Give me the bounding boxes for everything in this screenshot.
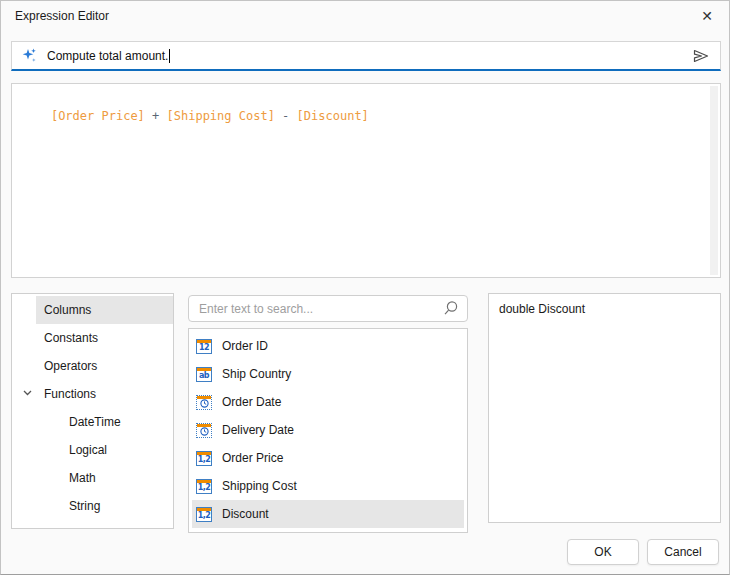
expression-token-column: [Discount]: [297, 109, 369, 123]
list-item-order-date[interactable]: Order Date: [192, 388, 464, 416]
datetime-type-icon: [196, 395, 212, 410]
close-icon: ✕: [701, 8, 713, 24]
list-item-order-id[interactable]: 12 Order ID: [192, 332, 464, 360]
selected-item-description: double Discount: [499, 302, 585, 316]
list-item-label: Shipping Cost: [222, 479, 297, 493]
expression-editor-dialog: Expression Editor ✕ Compute total amount…: [0, 0, 730, 575]
cancel-button[interactable]: Cancel: [647, 539, 719, 565]
tree-item-columns[interactable]: Columns: [12, 296, 173, 324]
tree-item-constants[interactable]: Constants: [12, 324, 173, 352]
send-button[interactable]: [691, 47, 711, 65]
search-input[interactable]: [188, 295, 468, 322]
list-item-label: Discount: [222, 507, 269, 521]
tree-item-operators[interactable]: Operators: [12, 352, 173, 380]
decimal-type-icon: 1,2: [196, 451, 212, 466]
expression-text: [Order Price] + [Shipping Cost] - [Disco…: [51, 109, 369, 123]
decimal-type-icon: 1,2: [196, 507, 212, 522]
search-icon[interactable]: [442, 300, 459, 321]
expression-surface[interactable]: [Order Price] + [Shipping Cost] - [Disco…: [11, 83, 721, 278]
category-tree: Columns Constants Operators Functions Da: [11, 293, 174, 529]
expression-token-operator: -: [275, 109, 297, 123]
close-button[interactable]: ✕: [693, 3, 721, 29]
text-caret: [169, 49, 170, 63]
chevron-down-icon[interactable]: [22, 387, 33, 398]
tree-item-string[interactable]: String: [12, 492, 173, 520]
tree-item-label: Functions: [44, 387, 96, 401]
integer-type-icon: 12: [196, 339, 212, 354]
ai-prompt-text: Compute total amount.: [47, 49, 168, 63]
list-item-label: Delivery Date: [222, 423, 294, 437]
search-box: [188, 295, 468, 322]
description-panel: double Discount: [488, 293, 721, 523]
datetime-type-icon: [196, 423, 212, 438]
expression-token-column: [Shipping Cost]: [167, 109, 275, 123]
list-item-shipping-cost[interactable]: 1,2 Shipping Cost: [192, 472, 464, 500]
tree-item-label: Logical: [69, 443, 107, 457]
tree-item-math[interactable]: Math: [12, 464, 173, 492]
list-item-label: Order Date: [222, 395, 281, 409]
ai-sparkle-icon: [21, 47, 38, 64]
decimal-type-icon: 1,2: [196, 479, 212, 494]
send-icon: [691, 47, 711, 65]
tree-item-label: Columns: [44, 303, 91, 317]
list-item-discount[interactable]: 1,2 Discount: [192, 500, 464, 528]
expression-token-operator: +: [145, 109, 167, 123]
tree-item-datetime[interactable]: DateTime: [12, 408, 173, 436]
ok-button[interactable]: OK: [567, 539, 639, 565]
vertical-scrollbar[interactable]: [710, 86, 718, 275]
expression-token-column: [Order Price]: [51, 109, 145, 123]
tree-item-functions[interactable]: Functions: [12, 380, 173, 408]
list-item-ship-country[interactable]: ab Ship Country: [192, 360, 464, 388]
tree-item-label: Constants: [44, 331, 98, 345]
list-item-label: Order ID: [222, 339, 268, 353]
tree-item-label: Math: [69, 471, 96, 485]
ai-prompt-input[interactable]: Compute total amount.: [11, 41, 721, 71]
columns-list: 12 Order ID ab Ship Country Order Date D…: [188, 328, 468, 533]
list-item-order-price[interactable]: 1,2 Order Price: [192, 444, 464, 472]
tree-item-label: String: [69, 499, 100, 513]
tree-item-label: DateTime: [69, 415, 121, 429]
dialog-title: Expression Editor: [15, 9, 109, 23]
string-type-icon: ab: [196, 367, 212, 382]
tree-item-logical[interactable]: Logical: [12, 436, 173, 464]
tree-item-label: Operators: [44, 359, 97, 373]
list-item-delivery-date[interactable]: Delivery Date: [192, 416, 464, 444]
list-item-label: Order Price: [222, 451, 283, 465]
list-item-label: Ship Country: [222, 367, 291, 381]
